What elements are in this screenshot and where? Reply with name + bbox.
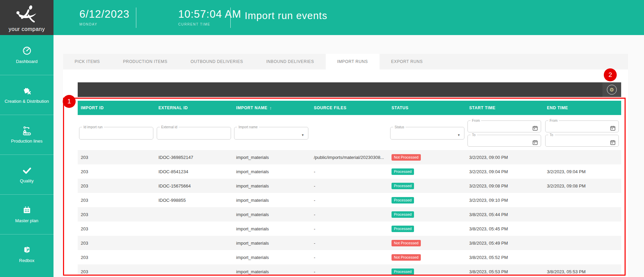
cell-external-id: IDOC-15675664 — [155, 183, 233, 189]
page-title: Import run events — [245, 10, 327, 21]
cell-start-time: 3/8/2023, 05:45 PM — [466, 226, 544, 231]
calendar-icon — [22, 205, 32, 216]
tab-strip: PICK ITEMSPRODUCTION ITEMSOUTBOUND DELIV… — [63, 54, 628, 69]
column-header-start-time[interactable]: START TIME — [466, 105, 544, 110]
column-header-source-files[interactable]: SOURCE FILES — [311, 105, 388, 110]
status-badge: Not Processed — [392, 240, 421, 246]
cell-import-name: import_materials — [233, 169, 311, 174]
current-date: 6/12/2023 — [79, 8, 129, 20]
column-header-import-id[interactable]: IMPORT ID — [78, 105, 155, 110]
column-header-external-id[interactable]: EXTERNAL ID — [155, 105, 233, 110]
status-select[interactable] — [390, 129, 464, 136]
table-row[interactable]: 203import_materials-Processed3/8/2023, 0… — [78, 222, 621, 236]
table-row[interactable]: 203import_materials-Not Processed3/8/202… — [78, 250, 621, 264]
annotation-badge-2: 2 — [604, 68, 617, 81]
start-from-input[interactable] — [468, 123, 541, 130]
cell-import-id: 203 — [78, 183, 155, 189]
sidebar-item-creation-distribution[interactable]: Creation & Distribution — [0, 75, 53, 115]
cell-external-id: IDOC-369852147 — [155, 155, 233, 160]
table-row[interactable]: 203IDOC-998855import_materials-Processed… — [78, 193, 621, 207]
box-link-icon — [22, 245, 32, 256]
status-badge: Processed — [392, 226, 414, 232]
table-row[interactable]: 203import_materials-Not Processed3/8/202… — [78, 236, 621, 250]
tab-outbound-deliveries[interactable]: OUTBOUND DELIVERIES — [179, 54, 255, 69]
cell-source-files: - — [311, 212, 388, 217]
cell-import-name: import_materials — [233, 255, 311, 260]
logo-icon — [14, 4, 40, 26]
column-header-import-name[interactable]: IMPORT NAME↑ — [233, 105, 311, 111]
column-header-status[interactable]: STATUS — [388, 105, 466, 110]
filter-label: External id — [160, 125, 179, 129]
sidebar-item-dashboard[interactable]: Dashboard — [0, 35, 53, 75]
calendar-picker-icon[interactable] — [610, 140, 615, 146]
sidebar-item-redbox[interactable]: Redbox — [0, 234, 53, 274]
start-to-input[interactable] — [468, 137, 541, 144]
filter-end-to: To — [545, 133, 619, 147]
table-filter-row: Id import run External id Import name ▼ … — [78, 115, 621, 150]
cell-status: Processed — [388, 168, 466, 175]
sidebar-item-master-plan[interactable]: Master plan — [0, 194, 53, 234]
cell-status: Not Processed — [388, 240, 466, 246]
status-badge: Processed — [392, 268, 414, 275]
filter-label: Id import run — [82, 125, 104, 129]
cell-import-name: import_materials — [233, 155, 311, 160]
current-time-label: CURRENT TIME — [178, 22, 241, 26]
cell-source-files: - — [311, 255, 388, 260]
tab-export-runs[interactable]: EXPORT RUNS — [380, 54, 434, 69]
cell-source-files: - — [311, 183, 388, 189]
calendar-picker-icon[interactable] — [610, 126, 615, 132]
external-id-input[interactable] — [157, 129, 231, 136]
filter-id-import-run: Id import run — [79, 125, 153, 140]
tab-inbound-deliveries[interactable]: INBOUND DELIVERIES — [255, 54, 325, 69]
top-header: 6/12/2023 MONDAY 10:57:04 AM CURRENT TIM… — [53, 0, 644, 35]
check-icon — [22, 165, 32, 176]
sidebar-item-quality[interactable]: Quality — [0, 154, 53, 194]
cell-import-name: import_materials — [233, 198, 311, 203]
sidebar: your company DashboardCreation & Distrib… — [0, 0, 53, 277]
table-row[interactable]: 203IDOC-15675664import_materials-Process… — [78, 179, 621, 193]
sidebar-item-label: Creation & Distribution — [2, 99, 51, 104]
cell-end-time: 3/2/2023, 09:04 PM — [544, 169, 621, 174]
column-header-end-time[interactable]: END TIME — [544, 105, 621, 110]
filter-label: To — [548, 133, 555, 137]
cell-status: Processed — [388, 183, 466, 189]
import-name-select[interactable] — [234, 129, 308, 136]
filter-start-to: To — [467, 133, 541, 147]
cell-source-files: - — [311, 169, 388, 174]
cell-status: Processed — [388, 268, 466, 275]
cell-start-time: 3/8/2023, 05:49 PM — [466, 241, 544, 246]
table-header-row: IMPORT IDEXTERNAL IDIMPORT NAME↑SOURCE F… — [78, 101, 621, 115]
sidebar-item-production-lines[interactable]: Production lines — [0, 115, 53, 154]
end-to-input[interactable] — [546, 137, 618, 144]
current-time: 10:57:04 AM — [178, 8, 241, 20]
table-row[interactable]: 203import_materials-Processed3/8/2023, 0… — [78, 264, 621, 276]
table-row[interactable]: 203import_materials-Processed3/8/2023, 0… — [78, 207, 621, 222]
sidebar-item-label: Redbox — [17, 258, 36, 263]
cell-status: Not Processed — [388, 154, 466, 161]
end-from-input[interactable] — [546, 123, 618, 130]
cell-external-id: IDOC-8541234 — [155, 169, 233, 174]
calendar-picker-icon[interactable] — [533, 140, 538, 146]
table-toolbar: ⚙ — [78, 82, 621, 97]
calendar-picker-icon[interactable] — [533, 126, 538, 132]
sidebar-item-label: Dashboard — [14, 59, 40, 64]
cell-status: Processed — [388, 211, 466, 218]
tab-import-runs[interactable]: IMPORT RUNS — [326, 54, 380, 69]
cell-end-time: 3/8/2023, 05:53 PM — [544, 269, 621, 274]
cell-source-files: /public/imports/material/20230308... — [311, 155, 388, 160]
tab-pick-items[interactable]: PICK ITEMS — [63, 54, 111, 69]
date-block: 6/12/2023 MONDAY — [79, 8, 129, 26]
status-badge: Processed — [392, 211, 414, 218]
table-settings-button[interactable]: ⚙ — [602, 82, 621, 97]
tab-production-items[interactable]: PRODUCTION ITEMS — [111, 54, 179, 69]
gauge-icon — [22, 46, 32, 57]
cell-import-name: import_materials — [233, 226, 311, 231]
filter-label: Status — [393, 125, 405, 129]
filter-label: Import name — [237, 125, 259, 129]
cell-source-files: - — [311, 269, 388, 274]
company-logo[interactable]: your company — [0, 0, 53, 35]
id-import-run-input[interactable] — [79, 129, 153, 136]
table-row[interactable]: 203IDOC-369852147import_materials/public… — [78, 150, 621, 164]
table-row[interactable]: 203IDOC-8541234import_materials-Processe… — [78, 164, 621, 179]
cell-import-id: 203 — [78, 198, 155, 203]
